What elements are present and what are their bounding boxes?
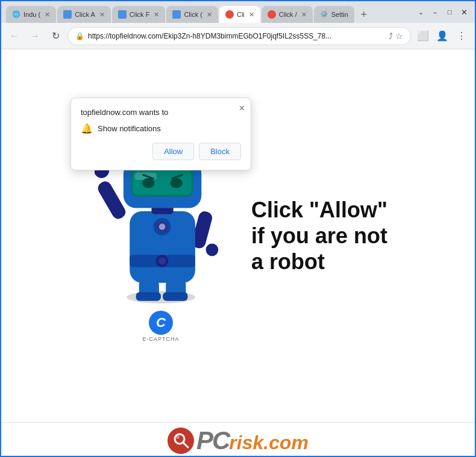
tab-4[interactable]: Click ( ✕ [166, 6, 218, 23]
profile-icon[interactable]: 👤 [434, 28, 451, 45]
svg-rect-1 [96, 179, 128, 221]
tab-favicon-5 [225, 10, 234, 19]
svg-point-26 [159, 223, 165, 229]
tab-5-active[interactable]: Cli ✕ [219, 6, 260, 23]
svg-point-30 [176, 435, 180, 439]
toolbar-icons: ⬜ 👤 ⋮ [415, 28, 470, 45]
minimize-button[interactable]: – [429, 6, 441, 18]
pcrisk-logo: PCrisk.com [168, 426, 308, 455]
popup-notification-row: 🔔 Show notifications [81, 123, 241, 134]
captcha-label: E-CAPTCHA [142, 336, 179, 342]
tab-title-5: Cli [237, 11, 245, 18]
tab-title-4: Click ( [184, 11, 202, 18]
svg-rect-23 [163, 292, 187, 301]
tab-close-2[interactable]: ✕ [99, 11, 105, 19]
share-icon[interactable]: ⤴ [389, 31, 393, 41]
tab-title-2: Click A [75, 11, 95, 18]
tab-favicon-1: 🌐 [12, 10, 20, 19]
tab-6[interactable]: Click / ✕ [261, 6, 313, 23]
notification-description: Show notifications [98, 124, 161, 133]
address-bar[interactable]: 🔒 https://topfieldnow.com/Ekip3Zn-h8YDM3… [67, 27, 411, 45]
block-button[interactable]: Block [199, 143, 241, 160]
url-text: https://topfieldnow.com/Ekip3Zn-h8YDM3bi… [88, 32, 385, 40]
tab-close-4[interactable]: ✕ [207, 11, 212, 19]
tab-favicon-7: ⚙️ [320, 10, 328, 19]
extensions-icon[interactable]: ⬜ [415, 28, 431, 45]
tab-2[interactable]: Click A ✕ [57, 6, 111, 23]
tab-close-3[interactable]: ✕ [154, 11, 159, 19]
main-content: topfieldnow.com wants to × 🔔 Show notifi… [1, 49, 475, 422]
lock-icon: 🔒 [75, 32, 84, 40]
tab-favicon-6 [268, 10, 276, 19]
captcha-logo: C E-CAPTCHA [142, 311, 179, 342]
tab-close-1[interactable]: ✕ [45, 11, 50, 19]
tab-search-button[interactable]: ⌄ [415, 6, 427, 18]
popup-buttons: Allow Block [81, 143, 241, 160]
titlebar: 🌐 Indu ( ✕ Click A ✕ Click F ✕ Click ( ✕… [1, 1, 475, 23]
tab-favicon-3 [118, 10, 127, 19]
pcrisk-icon-svg [170, 430, 192, 452]
addressbar: ← → ↻ 🔒 https://topfieldnow.com/Ekip3Zn-… [1, 23, 475, 49]
bookmark-icon[interactable]: ☆ [395, 31, 403, 41]
tab-3[interactable]: Click F ✕ [112, 6, 166, 23]
notification-popup: topfieldnow.com wants to × 🔔 Show notifi… [70, 98, 251, 170]
popup-close-button[interactable]: × [239, 103, 245, 114]
forward-button[interactable]: → [27, 28, 43, 45]
svg-point-14 [142, 178, 155, 188]
svg-rect-22 [136, 292, 160, 301]
new-tab-button[interactable]: + [355, 6, 372, 23]
pcrisk-text: PCrisk.com [196, 426, 308, 455]
bell-icon: 🔔 [81, 123, 93, 134]
tab-close-6[interactable]: ✕ [301, 11, 307, 19]
svg-point-27 [170, 430, 192, 452]
svg-point-4 [205, 243, 218, 256]
pcrisk-icon [168, 427, 194, 454]
captcha-icon: C [149, 311, 173, 335]
menu-icon[interactable]: ⋮ [453, 28, 470, 45]
tab-1[interactable]: 🌐 Indu ( ✕ [6, 6, 56, 23]
window-controls: ⌄ – □ ✕ [415, 6, 470, 18]
tab-title-1: Indu ( [23, 11, 40, 18]
popup-title: topfieldnow.com wants to [81, 108, 241, 117]
svg-point-8 [158, 257, 166, 264]
main-cta-text: Click "Allow"if you are nota robot [251, 197, 387, 275]
tab-close-5[interactable]: ✕ [249, 11, 254, 19]
maximize-button[interactable]: □ [443, 6, 456, 18]
tab-title-3: Click F [130, 11, 150, 18]
tabs-bar: 🌐 Indu ( ✕ Click A ✕ Click F ✕ Click ( ✕… [6, 1, 470, 23]
allow-button[interactable]: Allow [152, 143, 194, 160]
back-button[interactable]: ← [6, 28, 23, 45]
tab-favicon-2 [63, 10, 72, 19]
tab-favicon-4 [172, 10, 181, 19]
address-action-icons: ⤴ ☆ [389, 31, 403, 41]
reload-button[interactable]: ↻ [47, 28, 64, 45]
tab-7-settings[interactable]: ⚙️ Settin [314, 6, 354, 23]
footer: PCrisk.com [1, 422, 475, 457]
tab-title-6: Click / [279, 11, 297, 18]
close-button[interactable]: ✕ [458, 6, 470, 18]
tab-title-7: Settin [331, 11, 348, 18]
